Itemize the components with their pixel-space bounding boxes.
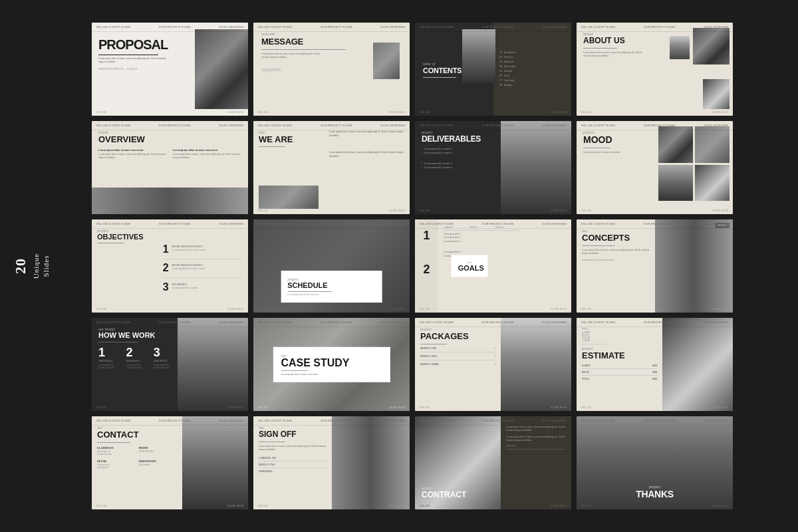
concepts-left: our CONCEPTS Lorem ipsum dolor sit amet,… (577, 219, 655, 313)
slide-contact[interactable]: HILAM CLIENT NAME SUB PROJECT NAME DATE … (92, 416, 248, 509)
case-study-title: CASE STUDY (281, 358, 382, 368)
slide-thanks[interactable]: HILAM CLIENT NAME SUB PROJECT NAME DATE … (577, 416, 733, 509)
slide-about-us[interactable]: HILAM CLIENT NAME SUB PROJECT NAME DATE … (577, 23, 733, 116)
slide-footer: HILAM SLIDE 00/00 (92, 108, 248, 116)
slide-objectives[interactable]: HILAM CLIENT NAME SUB PROJECT NAME DATE … (92, 219, 248, 313)
proposal-content: PROPOSAL Lorem ipsum dolor sit amet, con… (98, 37, 172, 70)
slide-footer: HILAM SLIDE 00/00 (415, 108, 571, 116)
mood-left: project MOOD Lorem ipsum dolor sit amet … (577, 121, 655, 214)
slide-deliverables[interactable]: HILAM CLIENT NAME SUB PROJECT NAME DATE … (415, 121, 571, 214)
slide-header: HILAM CLIENT NAME SUB PROJECT NAME DATE … (92, 318, 248, 327)
slide-header: HILAM CLIENT NAME SUB PROJECT NAME DATE … (415, 23, 571, 32)
side-label: 20 UniqueSlides (11, 253, 52, 279)
slide-overview[interactable]: HILAM CLIENT NAME SUB PROJECT NAME DATE … (92, 121, 248, 214)
slide-header: HILAM CLIENT NAME SUB PROJECT NAME DATE … (92, 219, 248, 229)
slide-footer: HILAM SLIDE 00/00 (415, 502, 571, 509)
slides-grid: HILAM CLIENT NAME SUB PROJECT NAME DATE … (78, 9, 746, 523)
slide-footer: HILAM SLIDE 00/00 (577, 502, 733, 509)
objectives-right: 1 BRAND PROPOSAL PROJECTLorem ipsum dolo… (158, 219, 248, 313)
slide-concepts[interactable]: HILAM CLIENT NAME SUB PROJECT NAME DATE … (577, 219, 733, 313)
slide-footer: HILAM SLIDE 00/00 (253, 207, 410, 214)
slide-sign-off[interactable]: HILAM CLIENT NAME SUB PROJECT NAME DATE … (253, 416, 410, 509)
contact-grid: ELABORATE info@email.comwww.website.com … (97, 446, 177, 469)
unique-text: UniqueSlides (32, 253, 50, 279)
slide-footer: HILAM SLIDE 00/00 (253, 404, 410, 411)
slide-footer: HILAM SLIDE 00/00 (577, 108, 733, 116)
slide-how-we-work[interactable]: HILAM CLIENT NAME SUB PROJECT NAME DATE … (92, 318, 248, 411)
slide-footer: HILAM SLIDE 00/00 (577, 305, 733, 313)
packages-left: project PACKAGES PRODUCT ONE1 PRODUCT TW… (415, 318, 501, 411)
toc-list: 01 Introduction 02 Overview 03 Objective… (500, 51, 565, 88)
packages-list: PRODUCT ONE1 PRODUCT TWO2 PRODUCT THREE3 (420, 347, 495, 366)
slide-header: HILAM CLIENT NAME SUB PROJECT NAME DATE … (92, 121, 248, 130)
sign-off-left: our SIGN OFF Lorem ipsum dolor sit amet,… (253, 416, 332, 509)
overview-cols: Lorem ipsum dolor sit amet consectetur L… (98, 148, 241, 160)
mood-layout: project MOOD Lorem ipsum dolor sit amet … (577, 121, 733, 214)
slide-message[interactable]: HILAM CLIENT NAME SUB PROJECT NAME DATE … (253, 23, 410, 116)
slide-footer: HILAM SLIDE 00/00 (577, 207, 733, 214)
message-subtitle: welcome (261, 32, 402, 36)
slide-footer: HILAM SLIDE 00/00 (92, 305, 248, 313)
slide-header: HILAM CLIENT NAME SUB PROJECT NAME DATE … (577, 318, 733, 327)
deliverables-list: •Lorem ipsum dolor sit amet 1 •Lorem ips… (422, 148, 494, 169)
schedule-box: project SCHEDULE Lorem ipsum dolor sit a… (281, 271, 382, 303)
slide-footer: HILAM SLIDE 00/00 (415, 305, 571, 313)
about-img-1 (693, 28, 730, 65)
slide-header: HILAM CLIENT NAME SUB PROJECT NAME DATE … (577, 219, 733, 229)
deliverables-layout: project DELIVERABLES •Lorem ipsum dolor … (415, 121, 571, 214)
slide-packages[interactable]: HILAM CLIENT NAME SUB PROJECT NAME DATE … (415, 318, 571, 411)
slide-we-are[interactable]: HILAM CLIENT NAME SUB PROJECT NAME DATE … (253, 121, 410, 214)
concepts-right: PROJECT (655, 219, 733, 313)
slide-header: HILAM CLIENT NAME SUB PROJECT NAME DATE … (415, 318, 571, 327)
contract-title: CONTRACT (422, 490, 466, 499)
slide-footer: HILAM SLIDE 00/00 (253, 502, 410, 509)
how-we-work-numbers: 1 SOME PROJECT Lorem ipsum dolor sit ame… (98, 346, 171, 370)
slide-header: HILAM CLIENT NAME SUB PROJECT NAME DATE … (253, 318, 410, 327)
about-layout: brand ABOUT US Lorem ipsum dolor sit ame… (577, 23, 733, 116)
sign-off-layout: our SIGN OFF Lorem ipsum dolor sit amet,… (253, 416, 410, 509)
slide-footer: HILAM SLIDE 00/00 (92, 404, 248, 411)
thanks-content: project THANKS (636, 485, 674, 499)
mood-title: MOOD (583, 134, 648, 145)
contact-title: CONTACT (97, 430, 177, 440)
we-are-title: WE ARE (259, 134, 319, 144)
slide-header: HILAM CLIENT NAME SUB PROJECT NAME DATE … (577, 121, 733, 130)
estimate-lines: LOREM$000 IPSUM$000 TOTAL$000 (582, 364, 657, 380)
slide-header: HILAM CLIENT NAME SUB PROJECT NAME DATE … (577, 416, 733, 426)
how-we-work-image (178, 318, 248, 411)
sign-off-title: SIGN OFF (259, 430, 327, 439)
we-are-image (259, 186, 319, 209)
slide-goals[interactable]: HILAM CLIENT NAME SUB PROJECT NAME DATE … (415, 219, 571, 313)
slide-header: HILAM CLIENT NAME SUB PROJECT NAME DATE … (253, 23, 410, 32)
slide-estimate[interactable]: HILAM CLIENT NAME SUB PROJECT NAME DATE … (577, 318, 733, 411)
slide-proposal[interactable]: HILAM CLIENT NAME SUB PROJECT NAME DATE … (92, 23, 248, 116)
concepts-layout: our CONCEPTS Lorem ipsum dolor sit amet,… (577, 219, 733, 313)
slide-contract[interactable]: HILAM CLIENT NAME SUB PROJECT NAME DATE … (415, 416, 571, 509)
objectives-title: OBJECTIVES (97, 233, 152, 241)
case-study-box: our CASE STUDY Lorem ipsum dolor sit ame… (273, 347, 390, 382)
slide-contents[interactable]: HILAM CLIENT NAME SUB PROJECT NAME DATE … (415, 23, 571, 116)
proposal-body: Lorem ipsum dolor sit amet, consectetur … (98, 57, 172, 65)
goals-box: our GOALS (452, 255, 488, 277)
slide-header: HILAM CLIENT NAME SUB PROJECT NAME DATE … (92, 416, 248, 426)
message-body: Lorem ipsum dolor sit amet, consectetur … (261, 53, 328, 60)
contact-left: our CONTACT ELABORATE info@email.comwww.… (92, 416, 182, 509)
deliverables-left: project DELIVERABLES •Lorem ipsum dolor … (415, 121, 501, 214)
slide-header: HILAM CLIENT NAME SUB PROJECT NAME DATE … (253, 219, 410, 229)
slide-footer: HILAM SLIDE 00/00 (253, 305, 410, 313)
about-title: ABOUT US (583, 36, 651, 45)
slide-case-study[interactable]: HILAM CLIENT NAME SUB PROJECT NAME DATE … (253, 318, 410, 411)
schedule-title: SCHEDULE (287, 281, 376, 289)
packages-title: PACKAGES (420, 331, 495, 341)
deliverables-right (501, 121, 571, 214)
slide-schedule[interactable]: HILAM CLIENT NAME SUB PROJECT NAME DATE … (253, 219, 410, 313)
slide-header: HILAM CLIENT NAME SUB PROJECT NAME DATE … (415, 416, 571, 426)
goals-numbers: 1 2 (415, 219, 438, 313)
slide-header: HILAM CLIENT NAME SUB PROJECT NAME DATE … (415, 121, 571, 130)
proposal-title: PROPOSAL (98, 37, 172, 53)
slide-mood[interactable]: HILAM CLIENT NAME SUB PROJECT NAME DATE … (577, 121, 733, 214)
contact-right (182, 416, 248, 509)
we-are-right: Lorem ipsum dolor sit amet, consectetur … (324, 121, 410, 214)
slide-footer: HILAM SLIDE 00/00 (415, 207, 571, 214)
slide-header: HILAM CLIENT NAME SUB PROJECT NAME DATE … (253, 121, 410, 130)
